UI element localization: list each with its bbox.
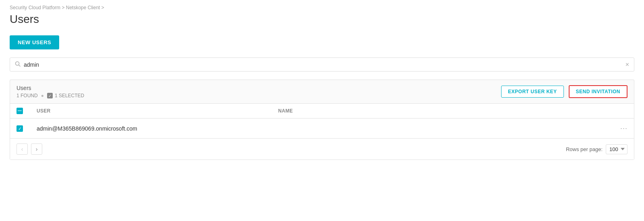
prev-page-button[interactable]: ‹ [17, 143, 28, 155]
page-container: Security Cloud Platform > Netskope Clien… [0, 0, 644, 170]
table-stats: 1 FOUND ● 1 SELECTED [17, 93, 84, 98]
search-clear-button[interactable]: × [625, 61, 629, 68]
row-user-cell: admin@M365B869069.onmicrosoft.com [30, 119, 272, 139]
new-users-button[interactable]: NEW USERS [10, 35, 59, 49]
page-title: Users [10, 13, 634, 26]
column-user-header: USER [30, 104, 272, 119]
search-icon [15, 61, 21, 68]
rows-per-page-label: Rows per page: [566, 146, 603, 152]
breadcrumb: Security Cloud Platform > Netskope Clien… [10, 5, 634, 10]
row-more-actions-button[interactable]: ··· [620, 124, 627, 133]
selected-checkbox-icon [47, 93, 53, 98]
pagination-row: ‹ › Rows per page: 10 25 50 100 [10, 138, 634, 160]
export-user-key-button[interactable]: EXPORT USER KEY [501, 86, 564, 98]
dot-separator: ● [41, 93, 44, 98]
table-section-title: Users [17, 85, 84, 91]
breadcrumb-part-1[interactable]: Security Cloud Platform [10, 5, 60, 10]
next-page-button[interactable]: › [31, 143, 42, 155]
table-header-left: Users 1 FOUND ● 1 SELECTED [17, 85, 84, 98]
table-section: Users 1 FOUND ● 1 SELECTED EXPORT USER K… [10, 80, 634, 160]
breadcrumb-separator-2: > [101, 5, 104, 10]
column-name-header: NAME [272, 104, 634, 119]
selected-label: 1 SELECTED [55, 93, 84, 98]
search-input[interactable] [24, 61, 625, 68]
rows-per-page-select[interactable]: 10 25 50 100 [606, 144, 627, 154]
table-row: admin@M365B869069.onmicrosoft.com ··· [10, 119, 634, 139]
table-header-columns: USER NAME [10, 104, 634, 119]
column-checkbox [10, 104, 30, 119]
pagination-left: ‹ › [17, 143, 42, 155]
breadcrumb-separator-1: > [62, 5, 66, 10]
row-name-cell: ··· [272, 119, 634, 139]
data-table: USER NAME admin@M365B869069.onmicrosoft.… [10, 104, 634, 138]
breadcrumb-part-2[interactable]: Netskope Client [66, 5, 100, 10]
header-checkbox[interactable] [17, 108, 23, 114]
send-invitation-button[interactable]: SEND INVITATION [569, 85, 627, 98]
table-header-right: EXPORT USER KEY SEND INVITATION [501, 85, 627, 98]
svg-line-1 [19, 65, 21, 67]
search-bar: × [10, 57, 634, 72]
selected-info: 1 SELECTED [47, 93, 84, 98]
row-checkbox-cell [10, 119, 30, 139]
pagination-right: Rows per page: 10 25 50 100 [566, 144, 627, 154]
found-count: 1 FOUND [17, 93, 38, 98]
row-checkbox[interactable] [17, 125, 23, 132]
table-header-row: Users 1 FOUND ● 1 SELECTED EXPORT USER K… [10, 80, 634, 104]
